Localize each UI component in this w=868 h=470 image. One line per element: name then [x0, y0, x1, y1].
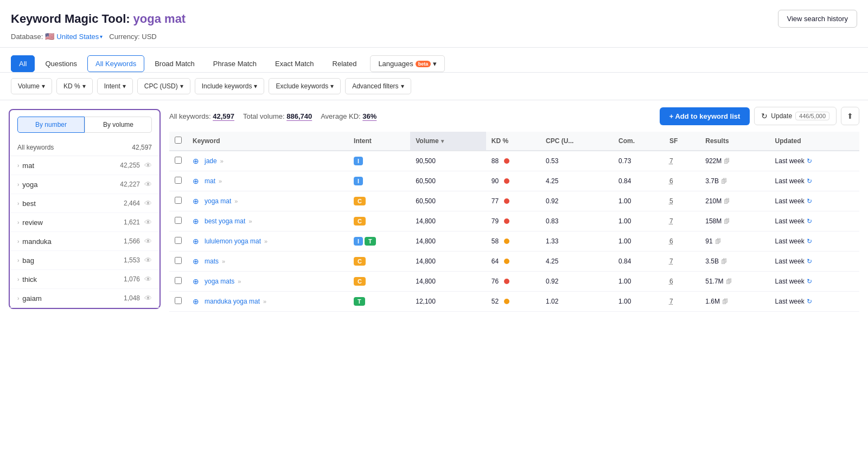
add-keyword-icon[interactable]: ⊕	[193, 277, 201, 286]
row-checkbox[interactable]	[175, 157, 182, 164]
row-checkbox[interactable]	[175, 277, 182, 284]
keyword-link[interactable]: yoga mat	[205, 197, 231, 205]
refresh-icon[interactable]: ↻	[807, 237, 812, 245]
sidebar-item[interactable]: › review 1,621 👁	[10, 213, 159, 232]
tab-languages[interactable]: Languages beta ▾	[370, 55, 445, 72]
update-button[interactable]: ↻ Update 446/5,000	[754, 107, 837, 125]
table-row: ⊕ best yoga mat » C 14,800 79 0.83 1.00 …	[169, 211, 859, 231]
by-volume-button[interactable]: By volume	[85, 117, 152, 133]
page-icon[interactable]: 🗐	[721, 178, 727, 184]
sidebar-item[interactable]: › gaiam 1,048 👁	[10, 289, 159, 308]
tab-related[interactable]: Related	[324, 55, 365, 72]
add-to-keyword-list-button[interactable]: + Add to keyword list	[660, 107, 750, 125]
row-checkbox[interactable]	[175, 177, 182, 184]
intent-group: IT	[354, 237, 405, 246]
page-icon[interactable]: 🗐	[726, 278, 732, 285]
row-checkbox[interactable]	[175, 257, 182, 264]
add-keyword-icon[interactable]: ⊕	[193, 237, 201, 246]
page-icon[interactable]: 🗐	[724, 198, 730, 204]
page-icon[interactable]: 🗐	[724, 218, 730, 224]
keyword-link[interactable]: mat	[205, 177, 215, 185]
cpc-value: 0.53	[540, 151, 613, 171]
refresh-icon[interactable]: ↻	[807, 177, 812, 185]
sidebar-keyword: bag	[22, 256, 34, 265]
refresh-icon[interactable]: ↻	[807, 257, 812, 265]
refresh-icon: ↻	[761, 112, 768, 120]
kd-filter[interactable]: KD % ▾	[56, 78, 93, 94]
cpc-value: 0.92	[540, 272, 613, 292]
keyword-link[interactable]: jade	[205, 157, 217, 165]
results-cell: 3.5B 🗐	[705, 257, 764, 265]
row-checkbox[interactable]	[175, 237, 182, 244]
view-history-button[interactable]: View search history	[778, 10, 857, 28]
intent-badge: C	[354, 257, 366, 266]
add-keyword-icon[interactable]: ⊕	[193, 157, 201, 165]
row-checkbox[interactable]	[175, 217, 182, 224]
sidebar-item[interactable]: › mat 42,255 👁	[10, 156, 159, 175]
arrow-right-icon: »	[219, 178, 222, 184]
eye-icon[interactable]: 👁	[144, 218, 152, 227]
refresh-icon[interactable]: ↻	[807, 217, 812, 225]
tab-phrase-match[interactable]: Phrase Match	[205, 55, 265, 72]
table-row: ⊕ mat » I 60,500 90 4.25 0.84 6 3.7B 🗐 L…	[169, 171, 859, 191]
database-selector[interactable]: United States ▾	[56, 33, 103, 41]
eye-icon[interactable]: 👁	[144, 294, 152, 302]
tab-broad-match[interactable]: Broad Match	[146, 55, 203, 72]
keyword-link[interactable]: lululemon yoga mat	[205, 237, 261, 245]
select-all-checkbox[interactable]	[175, 137, 182, 144]
add-keyword-icon[interactable]: ⊕	[193, 177, 201, 185]
volume-filter[interactable]: Volume ▾	[11, 78, 52, 94]
page-icon[interactable]: 🗐	[721, 258, 727, 265]
eye-icon[interactable]: 👁	[144, 237, 152, 246]
sidebar-item[interactable]: › best 2,464 👁	[10, 194, 159, 213]
col-volume[interactable]: Volume ▼	[410, 132, 486, 151]
eye-icon[interactable]: 👁	[144, 161, 152, 170]
advanced-filters-filter[interactable]: Advanced filters ▾	[345, 78, 411, 94]
refresh-icon[interactable]: ↻	[807, 278, 812, 285]
eye-icon[interactable]: 👁	[144, 180, 152, 189]
tab-bar: All Questions All Keywords Broad Match P…	[0, 48, 868, 73]
intent-badge: C	[354, 277, 366, 286]
cpc-label: CPC (USD)	[144, 82, 178, 90]
intent-filter[interactable]: Intent ▾	[97, 78, 133, 94]
tab-exact-match[interactable]: Exact Match	[267, 55, 322, 72]
add-keyword-icon[interactable]: ⊕	[193, 217, 201, 226]
sidebar-item[interactable]: › bag 1,553 👁	[10, 251, 159, 270]
cpc-filter[interactable]: CPC (USD) ▾	[137, 78, 190, 94]
refresh-icon[interactable]: ↻	[807, 197, 812, 205]
page-icon[interactable]: 🗐	[715, 238, 721, 244]
tab-all-keywords[interactable]: All Keywords	[87, 55, 144, 72]
page-icon[interactable]: 🗐	[722, 298, 728, 305]
results-value: 922M	[705, 157, 722, 165]
keyword-link[interactable]: best yoga mat	[205, 217, 245, 225]
sidebar-item[interactable]: › yoga 42,227 👁	[10, 175, 159, 194]
col-keyword: Keyword	[187, 132, 348, 151]
kd-value: 64	[492, 257, 499, 265]
eye-icon[interactable]: 👁	[144, 256, 152, 265]
refresh-icon[interactable]: ↻	[807, 157, 812, 165]
add-keyword-icon[interactable]: ⊕	[193, 197, 201, 205]
keyword-link[interactable]: mats	[205, 257, 219, 265]
results-cell: 51.7M 🗐	[705, 278, 764, 285]
page-icon[interactable]: 🗐	[724, 158, 730, 164]
keyword-link[interactable]: yoga mats	[205, 278, 234, 285]
by-number-button[interactable]: By number	[17, 117, 85, 133]
exclude-keywords-filter[interactable]: Exclude keywords ▾	[269, 78, 341, 94]
row-checkbox[interactable]	[175, 297, 182, 304]
keyword-cell: ⊕ yoga mats »	[193, 277, 343, 286]
add-keyword-icon[interactable]: ⊕	[193, 297, 201, 306]
keyword-link[interactable]: manduka yoga mat	[205, 298, 260, 305]
eye-icon[interactable]: 👁	[144, 199, 152, 208]
tab-questions[interactable]: Questions	[37, 55, 85, 72]
export-button[interactable]: ⬆	[841, 107, 859, 125]
keyword-cell: ⊕ jade »	[193, 157, 343, 165]
volume-value: 14,800	[410, 211, 486, 231]
sidebar-item[interactable]: › manduka 1,566 👁	[10, 232, 159, 251]
tab-all[interactable]: All	[11, 55, 35, 72]
include-keywords-filter[interactable]: Include keywords ▾	[195, 78, 265, 94]
sidebar-item[interactable]: › thick 1,076 👁	[10, 270, 159, 289]
eye-icon[interactable]: 👁	[144, 275, 152, 284]
refresh-icon[interactable]: ↻	[807, 298, 812, 305]
add-keyword-icon[interactable]: ⊕	[193, 257, 201, 266]
row-checkbox[interactable]	[175, 197, 182, 204]
